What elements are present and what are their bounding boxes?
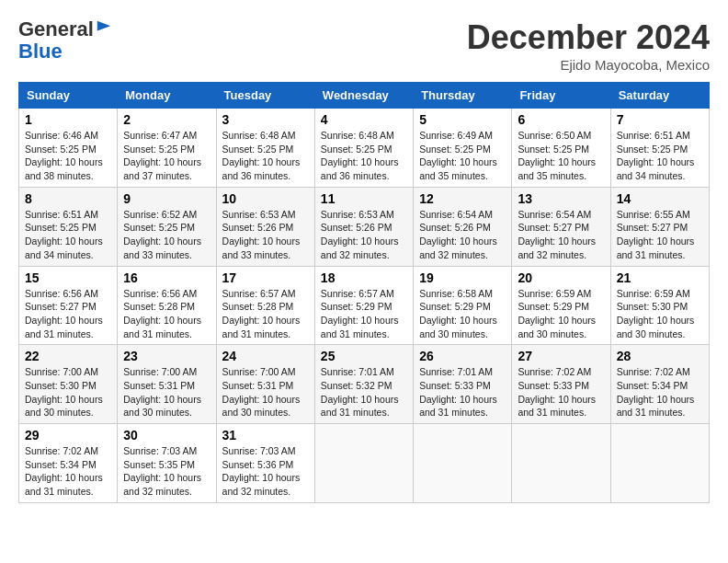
day-info: Sunrise: 6:58 AM Sunset: 5:29 PM Dayligh… (419, 287, 506, 341)
day-info: Sunrise: 7:03 AM Sunset: 5:35 PM Dayligh… (123, 444, 210, 499)
month-title: December 2024 (467, 18, 710, 57)
calendar-cell: 19Sunrise: 6:58 AM Sunset: 5:29 PM Dayli… (414, 266, 512, 345)
calendar-cell: 30Sunrise: 7:03 AM Sunset: 5:35 PM Dayli… (118, 424, 216, 503)
calendar-cell: 27Sunrise: 7:02 AM Sunset: 5:33 PM Dayli… (512, 345, 610, 424)
day-info: Sunrise: 7:02 AM Sunset: 5:34 PM Dayligh… (25, 444, 111, 499)
calendar-cell (414, 424, 512, 503)
calendar-cell: 28Sunrise: 7:02 AM Sunset: 5:34 PM Dayli… (610, 345, 709, 424)
calendar-cell: 16Sunrise: 6:56 AM Sunset: 5:28 PM Dayli… (118, 266, 216, 345)
day-number: 14 (617, 191, 703, 206)
day-number: 8 (25, 191, 111, 206)
day-number: 9 (123, 191, 210, 206)
day-info: Sunrise: 6:51 AM Sunset: 5:25 PM Dayligh… (25, 208, 111, 262)
day-number: 20 (518, 270, 604, 285)
day-info: Sunrise: 6:48 AM Sunset: 5:25 PM Dayligh… (321, 129, 407, 183)
day-number: 11 (321, 191, 407, 206)
weekday-header-sunday: Sunday (19, 83, 118, 109)
day-number: 22 (25, 349, 111, 363)
week-row-4: 22Sunrise: 7:00 AM Sunset: 5:30 PM Dayli… (19, 345, 710, 424)
day-info: Sunrise: 7:02 AM Sunset: 5:34 PM Dayligh… (617, 365, 703, 419)
calendar-cell: 14Sunrise: 6:55 AM Sunset: 5:27 PM Dayli… (610, 187, 709, 266)
day-info: Sunrise: 6:54 AM Sunset: 5:26 PM Dayligh… (419, 208, 506, 262)
weekday-header-monday: Monday (118, 83, 216, 109)
day-number: 6 (518, 112, 604, 127)
calendar-cell: 22Sunrise: 7:00 AM Sunset: 5:30 PM Dayli… (19, 345, 118, 424)
day-number: 12 (419, 191, 506, 206)
day-info: Sunrise: 7:00 AM Sunset: 5:31 PM Dayligh… (222, 365, 309, 419)
logo: General Blue (18, 18, 112, 63)
calendar-cell: 25Sunrise: 7:01 AM Sunset: 5:32 PM Dayli… (314, 345, 413, 424)
day-number: 2 (123, 112, 210, 127)
weekday-header-friday: Friday (512, 83, 610, 109)
calendar-cell: 13Sunrise: 6:54 AM Sunset: 5:27 PM Dayli… (512, 187, 610, 266)
day-info: Sunrise: 7:00 AM Sunset: 5:31 PM Dayligh… (123, 365, 210, 419)
day-info: Sunrise: 6:48 AM Sunset: 5:25 PM Dayligh… (222, 129, 309, 183)
calendar-cell: 9Sunrise: 6:52 AM Sunset: 5:25 PM Daylig… (118, 187, 216, 266)
weekday-header-thursday: Thursday (414, 83, 512, 109)
day-info: Sunrise: 7:01 AM Sunset: 5:32 PM Dayligh… (321, 365, 407, 419)
calendar-cell (512, 424, 610, 503)
day-info: Sunrise: 6:59 AM Sunset: 5:29 PM Dayligh… (518, 287, 604, 341)
day-number: 26 (419, 349, 506, 363)
week-row-2: 8Sunrise: 6:51 AM Sunset: 5:25 PM Daylig… (19, 187, 710, 266)
day-info: Sunrise: 6:57 AM Sunset: 5:28 PM Dayligh… (222, 287, 309, 341)
day-number: 3 (222, 112, 309, 127)
day-info: Sunrise: 6:47 AM Sunset: 5:25 PM Dayligh… (123, 129, 210, 183)
calendar-cell: 6Sunrise: 6:50 AM Sunset: 5:25 PM Daylig… (512, 109, 610, 188)
day-info: Sunrise: 7:02 AM Sunset: 5:33 PM Dayligh… (518, 365, 604, 419)
calendar-cell: 26Sunrise: 7:01 AM Sunset: 5:33 PM Dayli… (414, 345, 512, 424)
calendar-cell: 21Sunrise: 6:59 AM Sunset: 5:30 PM Dayli… (610, 266, 709, 345)
day-number: 23 (123, 349, 210, 363)
day-number: 17 (222, 270, 309, 285)
logo-flag-icon (96, 19, 112, 36)
day-info: Sunrise: 6:59 AM Sunset: 5:30 PM Dayligh… (617, 287, 703, 341)
calendar-cell: 8Sunrise: 6:51 AM Sunset: 5:25 PM Daylig… (19, 187, 118, 266)
day-number: 4 (321, 112, 407, 127)
day-number: 28 (617, 349, 703, 363)
day-info: Sunrise: 6:46 AM Sunset: 5:25 PM Dayligh… (25, 129, 111, 183)
day-info: Sunrise: 6:56 AM Sunset: 5:27 PM Dayligh… (25, 287, 111, 341)
day-info: Sunrise: 6:54 AM Sunset: 5:27 PM Dayligh… (518, 208, 604, 262)
day-number: 5 (419, 112, 506, 127)
day-number: 10 (222, 191, 309, 206)
day-number: 24 (222, 349, 309, 363)
day-info: Sunrise: 6:57 AM Sunset: 5:29 PM Dayligh… (321, 287, 407, 341)
calendar-cell: 1Sunrise: 6:46 AM Sunset: 5:25 PM Daylig… (19, 109, 118, 188)
calendar-cell: 11Sunrise: 6:53 AM Sunset: 5:26 PM Dayli… (314, 187, 413, 266)
calendar-cell: 7Sunrise: 6:51 AM Sunset: 5:25 PM Daylig… (610, 109, 709, 188)
calendar-cell: 15Sunrise: 6:56 AM Sunset: 5:27 PM Dayli… (19, 266, 118, 345)
day-info: Sunrise: 6:56 AM Sunset: 5:28 PM Dayligh… (123, 287, 210, 341)
day-number: 16 (123, 270, 210, 285)
day-info: Sunrise: 6:55 AM Sunset: 5:27 PM Dayligh… (617, 208, 703, 262)
day-number: 25 (321, 349, 407, 363)
day-number: 21 (617, 270, 703, 285)
day-info: Sunrise: 7:00 AM Sunset: 5:30 PM Dayligh… (25, 365, 111, 419)
weekday-header-wednesday: Wednesday (314, 83, 413, 109)
weekday-header-tuesday: Tuesday (216, 83, 314, 109)
day-number: 1 (25, 112, 111, 127)
week-row-5: 29Sunrise: 7:02 AM Sunset: 5:34 PM Dayli… (19, 424, 710, 503)
day-number: 30 (123, 428, 210, 442)
day-info: Sunrise: 7:01 AM Sunset: 5:33 PM Dayligh… (419, 365, 506, 419)
day-number: 15 (25, 270, 111, 285)
calendar-cell: 17Sunrise: 6:57 AM Sunset: 5:28 PM Dayli… (216, 266, 314, 345)
weekday-header-saturday: Saturday (610, 83, 709, 109)
location: Ejido Mayocoba, Mexico (467, 57, 710, 73)
calendar-table: SundayMondayTuesdayWednesdayThursdayFrid… (18, 82, 710, 503)
calendar-cell: 18Sunrise: 6:57 AM Sunset: 5:29 PM Dayli… (314, 266, 413, 345)
calendar-cell: 24Sunrise: 7:00 AM Sunset: 5:31 PM Dayli… (216, 345, 314, 424)
svg-marker-0 (97, 21, 110, 31)
day-number: 18 (321, 270, 407, 285)
calendar-cell: 10Sunrise: 6:53 AM Sunset: 5:26 PM Dayli… (216, 187, 314, 266)
week-row-3: 15Sunrise: 6:56 AM Sunset: 5:27 PM Dayli… (19, 266, 710, 345)
day-info: Sunrise: 7:03 AM Sunset: 5:36 PM Dayligh… (222, 444, 309, 499)
day-info: Sunrise: 6:51 AM Sunset: 5:25 PM Dayligh… (617, 129, 703, 183)
calendar-cell: 2Sunrise: 6:47 AM Sunset: 5:25 PM Daylig… (118, 109, 216, 188)
logo-blue: Blue (18, 40, 63, 63)
calendar-cell: 5Sunrise: 6:49 AM Sunset: 5:25 PM Daylig… (414, 109, 512, 188)
logo-general: General (18, 17, 94, 40)
title-block: December 2024 Ejido Mayocoba, Mexico (467, 18, 710, 73)
day-number: 27 (518, 349, 604, 363)
calendar-cell: 12Sunrise: 6:54 AM Sunset: 5:26 PM Dayli… (414, 187, 512, 266)
day-number: 19 (419, 270, 506, 285)
